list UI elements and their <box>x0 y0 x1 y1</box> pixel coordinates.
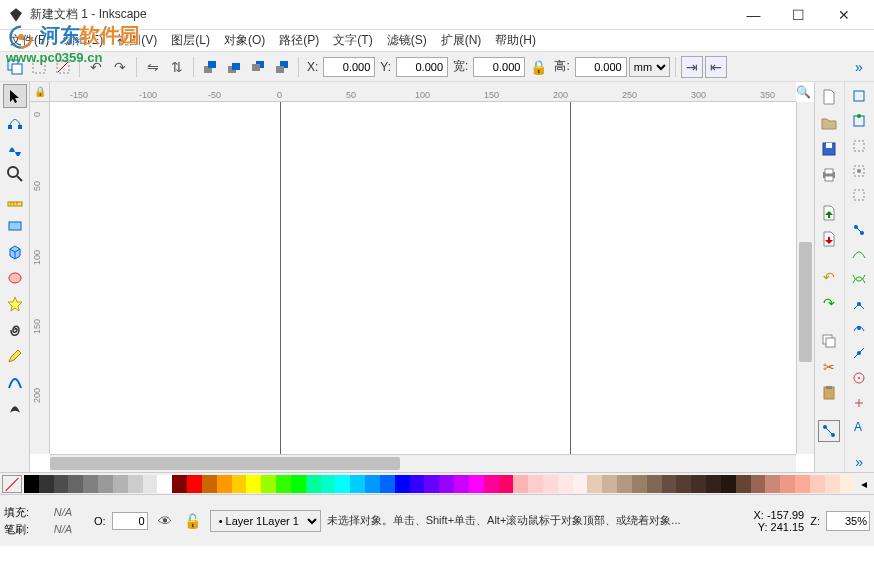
color-swatch[interactable] <box>172 475 187 493</box>
tweak-tool-icon[interactable] <box>3 136 27 160</box>
menu-path[interactable]: 路径(P) <box>273 30 325 51</box>
color-swatch[interactable] <box>410 475 425 493</box>
import-icon[interactable] <box>818 202 840 224</box>
snap-bbox-icon[interactable] <box>848 86 870 107</box>
color-swatch[interactable] <box>617 475 632 493</box>
color-swatch[interactable] <box>691 475 706 493</box>
palette-menu-icon[interactable]: ◂ <box>854 475 874 493</box>
zoom-icon[interactable]: 🔍 <box>796 85 811 99</box>
flip-vertical-icon[interactable]: ⇅ <box>166 56 188 78</box>
unit-select[interactable]: mm <box>629 57 670 77</box>
color-swatch[interactable] <box>825 475 840 493</box>
color-swatch[interactable] <box>217 475 232 493</box>
new-doc-icon[interactable] <box>818 86 840 108</box>
snap-bbox-midpoint-icon[interactable] <box>848 160 870 181</box>
y-input[interactable] <box>396 57 448 77</box>
calligraphy-tool-icon[interactable] <box>3 396 27 420</box>
rect-tool-icon[interactable] <box>3 214 27 238</box>
color-swatch[interactable] <box>187 475 202 493</box>
copy-icon[interactable] <box>818 330 840 352</box>
layer-visibility-icon[interactable]: 👁 <box>154 510 176 532</box>
snap-node-icon[interactable] <box>848 219 870 240</box>
color-swatch[interactable] <box>424 475 439 493</box>
snap-global-icon[interactable] <box>818 420 840 442</box>
undo-icon[interactable]: ↶ <box>818 266 840 288</box>
color-swatch[interactable] <box>276 475 291 493</box>
snap-path-icon[interactable] <box>848 244 870 265</box>
snap-bbox-corner-icon[interactable] <box>848 135 870 156</box>
color-swatch[interactable] <box>98 475 113 493</box>
minimize-button[interactable]: — <box>731 1 776 29</box>
fill-value[interactable]: N/A <box>38 506 88 518</box>
select-all-layers-icon[interactable] <box>4 56 26 78</box>
select-same-icon[interactable] <box>28 56 50 78</box>
rotate-ccw-icon[interactable]: ↶ <box>85 56 107 78</box>
scrollbar-thumb[interactable] <box>50 457 400 470</box>
color-swatch[interactable] <box>587 475 602 493</box>
deselect-icon[interactable] <box>52 56 74 78</box>
snap-cusp-icon[interactable] <box>848 293 870 314</box>
menu-help[interactable]: 帮助(H) <box>489 30 542 51</box>
spiral-tool-icon[interactable] <box>3 318 27 342</box>
redo-icon[interactable]: ↷ <box>818 292 840 314</box>
snap-object-center-icon[interactable] <box>848 368 870 389</box>
color-swatch[interactable] <box>128 475 143 493</box>
snap-intersection-icon[interactable] <box>848 269 870 290</box>
color-swatch[interactable] <box>39 475 54 493</box>
measure-tool-icon[interactable] <box>3 188 27 212</box>
color-swatch[interactable] <box>83 475 98 493</box>
width-input[interactable] <box>473 57 525 77</box>
close-button[interactable]: ✕ <box>821 1 866 29</box>
layer-select[interactable]: • Layer 1Layer 1 <box>210 510 321 532</box>
color-swatch[interactable] <box>676 475 691 493</box>
ruler-vertical[interactable]: 050100150200250 <box>30 102 50 454</box>
color-swatch[interactable] <box>246 475 261 493</box>
color-swatch[interactable] <box>232 475 247 493</box>
color-swatch[interactable] <box>706 475 721 493</box>
opacity-input[interactable] <box>112 512 148 530</box>
zoom-input[interactable] <box>826 511 870 531</box>
color-swatch[interactable] <box>469 475 484 493</box>
color-swatch[interactable] <box>113 475 128 493</box>
color-swatch[interactable] <box>365 475 380 493</box>
raise-icon[interactable] <box>223 56 245 78</box>
snap-smooth-icon[interactable] <box>848 318 870 339</box>
menu-edit[interactable]: 编辑(E) <box>57 30 109 51</box>
raise-top-icon[interactable] <box>199 56 221 78</box>
color-swatch[interactable] <box>573 475 588 493</box>
ruler-horizontal[interactable]: -150-100-50050100150200250300350 <box>50 82 796 102</box>
snap-text-baseline-icon[interactable]: A <box>848 417 870 438</box>
color-swatch[interactable] <box>736 475 751 493</box>
color-swatch[interactable] <box>143 475 158 493</box>
color-swatch[interactable] <box>350 475 365 493</box>
canvas[interactable] <box>50 102 796 454</box>
layer-lock-icon[interactable]: 🔓 <box>182 510 204 532</box>
color-swatch[interactable] <box>513 475 528 493</box>
color-swatch[interactable] <box>202 475 217 493</box>
height-input[interactable] <box>575 57 627 77</box>
cut-icon[interactable]: ✂ <box>818 356 840 378</box>
color-swatch[interactable] <box>751 475 766 493</box>
color-swatch[interactable] <box>602 475 617 493</box>
menu-view[interactable]: 视图(V) <box>111 30 163 51</box>
color-swatch[interactable] <box>484 475 499 493</box>
lower-bottom-icon[interactable] <box>271 56 293 78</box>
export-icon[interactable] <box>818 228 840 250</box>
ruler-corner-lock-icon[interactable]: 🔒 <box>30 82 50 102</box>
transform-scale-corners-icon[interactable]: ⇤ <box>705 56 727 78</box>
menu-layer[interactable]: 图层(L) <box>165 30 216 51</box>
color-swatch[interactable] <box>454 475 469 493</box>
color-swatch[interactable] <box>780 475 795 493</box>
color-swatch[interactable] <box>335 475 350 493</box>
color-swatch[interactable] <box>24 475 39 493</box>
snap-line-midpoint-icon[interactable] <box>848 343 870 364</box>
color-swatch[interactable] <box>380 475 395 493</box>
scrollbar-vertical[interactable] <box>796 102 814 454</box>
maximize-button[interactable]: ☐ <box>776 1 821 29</box>
node-tool-icon[interactable] <box>3 110 27 134</box>
paste-icon[interactable] <box>818 382 840 404</box>
selector-tool-icon[interactable] <box>3 84 27 108</box>
color-swatch[interactable] <box>291 475 306 493</box>
menu-extensions[interactable]: 扩展(N) <box>435 30 488 51</box>
3dbox-tool-icon[interactable] <box>3 240 27 264</box>
